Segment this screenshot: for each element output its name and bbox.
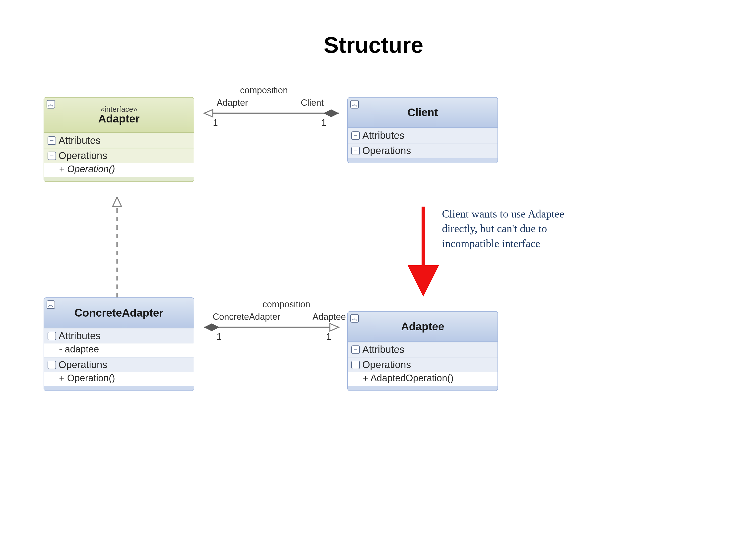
collapse-icon: ︽ (47, 100, 55, 108)
minus-icon: − (48, 361, 56, 369)
class-name: Adapter (98, 112, 139, 125)
minus-icon: − (48, 332, 56, 340)
section-attributes: − Attributes (44, 328, 194, 344)
section-operations: − Operations (348, 357, 497, 372)
minus-icon: − (351, 345, 360, 354)
class-name: Adaptee (401, 320, 444, 333)
section-label: Attributes (58, 135, 101, 146)
class-name: Client (407, 106, 438, 119)
relation-realization (112, 197, 122, 297)
section-label: Operations (58, 150, 107, 161)
collapse-icon: ︽ (350, 314, 359, 323)
member-operation: + Operation() (44, 372, 194, 386)
class-client: ︽ Client − Attributes − Operations (347, 97, 498, 163)
minus-icon: − (351, 146, 360, 155)
collapse-icon: ︽ (350, 100, 359, 108)
section-label: Attributes (362, 344, 404, 355)
section-attributes: − Attributes (44, 133, 194, 148)
relation-mult-a: 1 (213, 117, 218, 128)
relation-mult-a: 1 (216, 331, 222, 342)
member-attribute: - adaptee (44, 344, 194, 357)
section-attributes: − Attributes (348, 128, 497, 143)
collapse-icon: ︽ (47, 300, 55, 309)
relation-end-b: Adaptee (312, 312, 346, 322)
annotation-note: Client wants to use Adaptee directly, bu… (442, 207, 591, 251)
section-label: Operations (362, 145, 411, 156)
relation-concrete-adaptee: composition ConcreteAdapter Adaptee 1 1 (204, 299, 346, 342)
section-operations: − Operations (44, 357, 194, 372)
minus-icon: − (48, 152, 56, 160)
relation-label: composition (240, 85, 288, 95)
section-label: Attributes (58, 330, 101, 342)
section-operations: − Operations (44, 148, 194, 163)
class-concrete-adapter: ︽ ConcreteAdapter − Attributes - adaptee… (44, 297, 194, 391)
member-operation: + AdaptedOperation() (348, 372, 497, 386)
relation-mult-b: 1 (326, 331, 331, 342)
relation-end-b: Client (301, 98, 324, 108)
section-label: Attributes (362, 130, 404, 141)
relation-end-a: Adapter (216, 98, 248, 108)
relation-mult-b: 1 (321, 117, 326, 128)
connectors-overlay: composition Adapter Client 1 1 compositi… (0, 0, 747, 560)
relation-label: composition (262, 299, 310, 310)
minus-icon: − (351, 131, 360, 140)
page-title: Structure (0, 32, 747, 58)
section-attributes: − Attributes (348, 342, 497, 357)
member-operation: + Operation() (44, 163, 194, 177)
relation-end-a: ConcreteAdapter (213, 312, 280, 322)
relation-client-adapter: composition Adapter Client 1 1 (204, 85, 339, 128)
minus-icon: − (48, 136, 56, 145)
class-adapter: ︽ «interface» Adapter − Attributes − Ope… (44, 97, 194, 182)
class-adaptee: ︽ Adaptee − Attributes − Operations + Ad… (347, 311, 498, 391)
stereotype: «interface» (100, 105, 137, 113)
section-label: Operations (58, 359, 107, 370)
section-operations: − Operations (348, 143, 497, 158)
class-name: ConcreteAdapter (74, 306, 163, 319)
minus-icon: − (351, 361, 360, 369)
section-label: Operations (362, 359, 411, 370)
